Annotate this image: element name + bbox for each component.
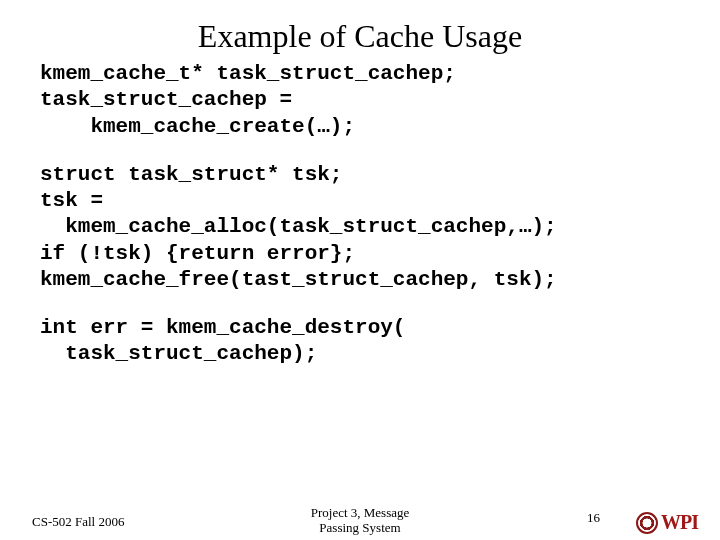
gap-1 (0, 140, 720, 162)
footer-center: Project 3, Message Passing System (311, 505, 410, 536)
slide: Example of Cache Usage kmem_cache_t* tas… (0, 0, 720, 540)
wpi-seal-icon (636, 512, 658, 534)
code-block-1: kmem_cache_t* task_struct_cachep; task_s… (0, 61, 720, 140)
wpi-logo-text: WPI (661, 511, 698, 534)
gap-2 (0, 293, 720, 315)
code-block-2: struct task_struct* tsk; tsk = kmem_cach… (0, 162, 720, 293)
wpi-logo: WPI (636, 511, 698, 534)
code-block-3: int err = kmem_cache_destroy( task_struc… (0, 315, 720, 368)
footer-left: CS-502 Fall 2006 (32, 514, 124, 530)
slide-title: Example of Cache Usage (0, 0, 720, 61)
code-area: kmem_cache_t* task_struct_cachep; task_s… (0, 61, 720, 368)
page-number: 16 (587, 510, 600, 526)
